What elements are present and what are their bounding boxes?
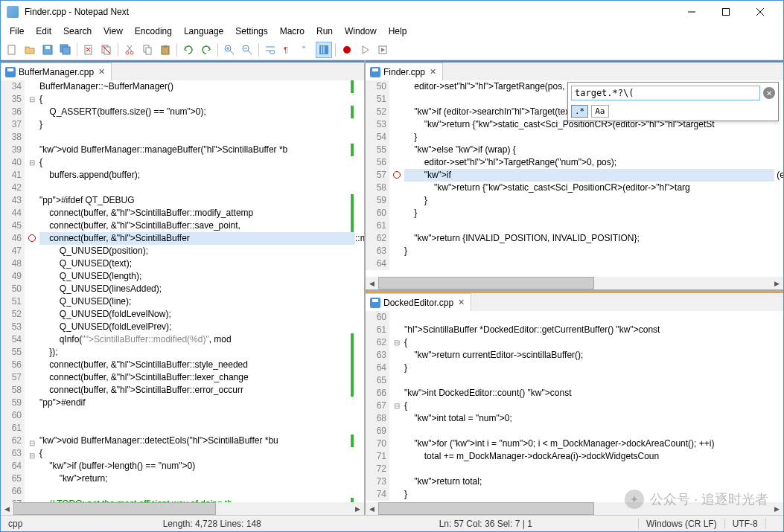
menu-macro[interactable]: Macro (274, 25, 310, 38)
cut-icon[interactable] (121, 42, 138, 58)
svg-line-28 (248, 51, 252, 54)
scroll-left-arrow[interactable]: ◀ (1, 502, 13, 515)
paste-icon[interactable] (157, 42, 173, 58)
tab-label: Finder.cpp (383, 67, 425, 77)
find-panel: ✕ .* Aa (567, 82, 779, 121)
pane-right: Finder.cpp ✕ 505152535455565758596061626… (366, 60, 783, 515)
svg-point-16 (130, 51, 133, 54)
scrollbar-horizontal[interactable]: ◀ ▶ (1, 502, 364, 515)
save-icon (370, 67, 380, 77)
svg-point-36 (343, 46, 351, 54)
svg-rect-22 (164, 45, 167, 48)
minimize-button[interactable] (675, 1, 709, 23)
pane-bottom-right: DockedEditor.cpp ✕ 606162636465666768697… (366, 291, 783, 515)
tab-close-icon[interactable]: ✕ (97, 67, 106, 77)
menu-help[interactable]: Help (383, 25, 413, 38)
svg-rect-20 (146, 48, 151, 54)
svg-rect-1 (723, 9, 730, 16)
record-macro-icon[interactable] (339, 42, 355, 58)
toolbar: ¶ " (1, 39, 783, 60)
status-length: Length: 4,728 Lines: 148 (75, 519, 348, 529)
status-language: cpp (1, 519, 75, 529)
svg-rect-8 (63, 47, 70, 54)
svg-point-15 (126, 51, 129, 54)
quote-icon[interactable]: " (298, 42, 314, 58)
editor-topright[interactable]: 505152535455565758596061626364 editor->s… (366, 80, 783, 289)
word-wrap-icon[interactable] (262, 42, 278, 58)
status-position: Ln: 57 Col: 36 Sel: 7 | 1 (348, 519, 622, 529)
tab-label: DockedEditor.cpp (383, 298, 453, 308)
tabbar-left: BufferManager.cpp ✕ (1, 63, 364, 80)
titlebar: Finder.cpp - Notepad Next (1, 1, 783, 23)
scroll-left-arrow[interactable]: ◀ (366, 502, 378, 515)
status-empty (765, 519, 783, 529)
save-icon (370, 298, 380, 308)
pane-top-right: Finder.cpp ✕ 505152535455565758596061626… (366, 60, 783, 291)
tabbar-bottomright: DockedEditor.cpp ✕ (366, 293, 783, 311)
tab-label: BufferManager.cpp (19, 67, 94, 77)
tab-dockededitor[interactable]: DockedEditor.cpp ✕ (366, 293, 471, 311)
new-file-icon[interactable] (4, 42, 20, 58)
svg-text:¶: ¶ (284, 45, 288, 54)
tabbar-topright: Finder.cpp ✕ (366, 63, 783, 80)
scrollbar-horizontal[interactable]: ◀ ▶ (366, 277, 783, 289)
save-icon (5, 67, 16, 77)
svg-rect-4 (8, 45, 15, 54)
open-file-icon[interactable] (22, 42, 38, 58)
find-input[interactable] (571, 86, 760, 100)
svg-rect-6 (45, 46, 50, 49)
wechat-icon: ✦ (625, 490, 644, 509)
whitespace-icon[interactable]: ¶ (280, 42, 296, 58)
menu-encoding[interactable]: Encoding (129, 25, 178, 38)
zoom-out-icon[interactable] (239, 42, 255, 58)
editor-bottomright[interactable]: 606162636465666768697071727374 ⊟ ⊟ "hl">… (366, 311, 783, 515)
indent-guide-icon[interactable] (316, 42, 332, 58)
close-button[interactable] (743, 1, 777, 23)
redo-icon[interactable] (198, 42, 214, 58)
watermark: ✦ 公众号 · 追逐时光者 (625, 490, 768, 509)
menu-view[interactable]: View (98, 25, 129, 38)
pane-left: BufferManager.cpp ✕ 34353637383940414243… (1, 60, 366, 515)
svg-line-24 (230, 51, 234, 54)
workspace: BufferManager.cpp ✕ 34353637383940414243… (1, 60, 783, 515)
app-icon (7, 6, 19, 18)
save-icon[interactable] (39, 42, 56, 58)
close-all-icon[interactable] (98, 42, 115, 58)
scroll-right-arrow[interactable]: ▶ (771, 502, 783, 515)
menu-settings[interactable]: Settings (229, 25, 273, 38)
tab-close-icon[interactable]: ✕ (456, 298, 466, 307)
find-regex-toggle[interactable]: .* (571, 105, 588, 118)
find-case-toggle[interactable]: Aa (591, 105, 608, 118)
menu-language[interactable]: Language (178, 25, 229, 38)
save-all-icon[interactable] (57, 42, 74, 58)
tab-finder[interactable]: Finder.cpp ✕ (366, 63, 443, 80)
editor-left[interactable]: 3435363738394041424344454647484950515253… (1, 80, 364, 515)
play-macro-icon[interactable] (357, 42, 373, 58)
menu-run[interactable]: Run (310, 25, 339, 38)
tab-buffermanager[interactable]: BufferManager.cpp ✕ (1, 63, 112, 80)
window-title: Finder.cpp - Notepad Next (25, 7, 129, 17)
save-macro-icon[interactable] (375, 42, 391, 58)
menubar: File Edit Search View Encoding Language … (1, 23, 783, 39)
svg-text:": " (302, 45, 305, 55)
menu-edit[interactable]: Edit (30, 25, 57, 38)
copy-icon[interactable] (139, 42, 156, 58)
undo-icon[interactable] (180, 42, 197, 58)
tab-close-icon[interactable]: ✕ (428, 67, 438, 77)
scroll-right-arrow[interactable]: ▶ (771, 277, 783, 289)
scroll-left-arrow[interactable]: ◀ (366, 277, 378, 289)
zoom-in-icon[interactable] (221, 42, 238, 58)
menu-search[interactable]: Search (57, 25, 98, 38)
find-clear-icon[interactable]: ✕ (763, 87, 775, 99)
close-file-icon[interactable] (80, 42, 97, 58)
statusbar: cpp Length: 4,728 Lines: 148 Ln: 57 Col:… (1, 515, 783, 531)
menu-file[interactable]: File (4, 25, 30, 38)
scroll-right-arrow[interactable]: ▶ (351, 502, 364, 515)
status-eol[interactable]: Windows (CR LF) (638, 519, 724, 529)
maximize-button[interactable] (709, 1, 743, 23)
status-encoding[interactable]: UTF-8 (724, 519, 765, 529)
menu-window[interactable]: Window (339, 25, 383, 38)
